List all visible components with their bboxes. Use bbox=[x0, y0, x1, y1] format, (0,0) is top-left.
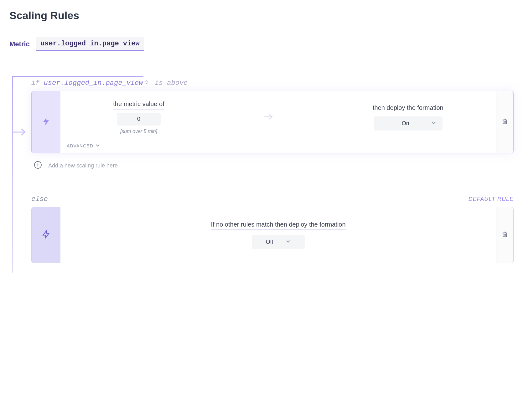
metric-value-input[interactable] bbox=[117, 113, 161, 125]
metric-label: Metric bbox=[9, 40, 30, 48]
up-down-icon bbox=[145, 79, 148, 87]
default-formation-select[interactable]: Off bbox=[252, 235, 305, 249]
default-rule-text: If no other rules match then deploy the … bbox=[211, 221, 345, 230]
rule-main-row: the metric value of [sum over 5 min] the… bbox=[67, 100, 490, 134]
delete-column bbox=[496, 91, 513, 153]
add-rule-row[interactable]: Add a new scaling rule here bbox=[34, 161, 514, 170]
metric-value[interactable]: user.logged_in.page_view bbox=[36, 37, 144, 51]
if-keyword: if bbox=[31, 79, 39, 87]
else-row: else DEFAULT RULE bbox=[31, 195, 514, 203]
default-rule-card: If no other rules match then deploy the … bbox=[31, 207, 514, 263]
default-rule-badge: DEFAULT RULE bbox=[469, 196, 514, 202]
rule-card: the metric value of [sum over 5 min] the… bbox=[31, 91, 514, 153]
flow-arrow-icon bbox=[12, 128, 27, 138]
aggregation-note: [sum over 5 min] bbox=[120, 129, 157, 134]
default-formation-value: Off bbox=[266, 239, 273, 245]
comparison-text: is above bbox=[155, 79, 188, 87]
condition-metric-selector[interactable]: user.logged_in.page_view bbox=[44, 79, 155, 88]
trash-icon[interactable] bbox=[501, 231, 508, 239]
arrow-right-icon bbox=[263, 113, 273, 121]
flow-container: if user.logged_in.page_view is above the… bbox=[9, 79, 514, 263]
formation-column: then deploy the formation On bbox=[373, 104, 443, 131]
metric-value-column: the metric value of [sum over 5 min] bbox=[113, 100, 164, 134]
metric-row: Metric user.logged_in.page_view bbox=[9, 37, 514, 51]
bolt-icon bbox=[42, 117, 50, 127]
chevron-down-icon bbox=[95, 143, 100, 149]
chevron-down-icon bbox=[431, 120, 436, 127]
add-rule-text: Add a new scaling rule here bbox=[48, 162, 118, 169]
delete-column bbox=[496, 207, 513, 263]
formation-select-value: On bbox=[402, 120, 409, 127]
page-title: Scaling Rules bbox=[9, 9, 514, 22]
else-keyword: else bbox=[31, 195, 48, 203]
formation-heading: then deploy the formation bbox=[373, 104, 443, 113]
default-rule-body: If no other rules match then deploy the … bbox=[60, 207, 496, 263]
advanced-toggle[interactable]: ADVANCED bbox=[67, 143, 490, 149]
trash-icon[interactable] bbox=[501, 118, 508, 126]
flow-connector-horizontal bbox=[12, 76, 143, 77]
condition-line: if user.logged_in.page_view is above bbox=[31, 79, 514, 87]
rule-icon-column bbox=[32, 207, 60, 263]
formation-select[interactable]: On bbox=[374, 116, 443, 131]
chevron-down-icon bbox=[286, 239, 291, 245]
bolt-icon bbox=[42, 230, 50, 240]
flow-connector-vertical bbox=[12, 77, 13, 273]
rule-icon-column bbox=[32, 91, 60, 153]
metric-value-heading: the metric value of bbox=[113, 100, 164, 110]
rule-body: the metric value of [sum over 5 min] the… bbox=[60, 91, 496, 153]
plus-circle-icon[interactable] bbox=[34, 161, 42, 170]
